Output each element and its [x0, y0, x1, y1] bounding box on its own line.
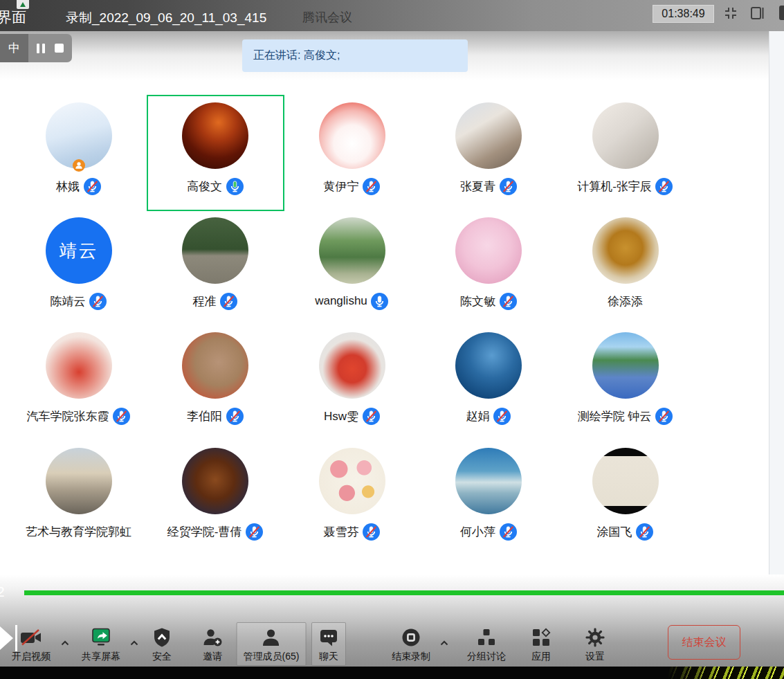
security-icon: [152, 626, 172, 649]
avatar: [319, 332, 385, 399]
mic-muted-icon: [499, 177, 517, 195]
toolbar-button-apps[interactable]: 应用: [524, 622, 558, 666]
titlebar-icon-partial[interactable]: [779, 6, 784, 20]
participant-tile[interactable]: 经贸学院-曹倩: [147, 441, 284, 556]
chevron-up-icon[interactable]: [130, 636, 138, 642]
toolbar-button-stop-record[interactable]: 结束录制: [385, 622, 437, 666]
avatar: 靖云: [46, 217, 112, 284]
app-title: 腾讯会议: [302, 9, 352, 26]
participant-tile[interactable]: 靖云 陈靖云: [10, 210, 147, 325]
participant-tile[interactable]: 高俊文: [147, 96, 284, 210]
toolbar-button-chat[interactable]: 聊天: [311, 622, 346, 666]
participant-name: 徐添添: [608, 293, 643, 309]
toolbar-button-members[interactable]: 管理成员(65): [237, 622, 307, 666]
participant-tile[interactable]: 黄伊宁: [284, 96, 420, 210]
toolbar-label: 管理成员(65): [244, 651, 300, 663]
title-bar: 界面 录制_2022_09_06_20_11_03_415 腾讯会议 01:38…: [0, 0, 784, 31]
toolbar-label: 结束录制: [392, 651, 430, 663]
avatar: [319, 448, 385, 514]
participant-name: 陈文敏: [460, 293, 495, 309]
chevron-up-icon[interactable]: [61, 636, 69, 642]
participant-name: 黄伊宁: [324, 179, 359, 194]
toolbar-button-screen-share[interactable]: 共享屏幕: [75, 622, 127, 666]
mic-muted-icon: [499, 523, 517, 541]
participant-tile[interactable]: 李伯阳: [147, 325, 284, 440]
breakout-icon: [476, 626, 497, 649]
participant-tile[interactable]: 林娥: [10, 96, 147, 210]
pause-recording-icon[interactable]: [37, 44, 45, 53]
toolbar-label: 分组讨论: [467, 651, 506, 663]
avatar: [182, 217, 248, 284]
toolbar-button-invite[interactable]: 邀请: [195, 622, 230, 666]
toolbar-label: 安全: [152, 651, 172, 663]
mic-muted-icon: [493, 407, 511, 425]
toolbar-button-security[interactable]: 安全: [145, 622, 179, 666]
participant-name: 何小萍: [460, 524, 495, 540]
mic-muted-icon: [499, 292, 517, 310]
participant-tile[interactable]: 程准: [147, 210, 284, 325]
avatar: [319, 102, 385, 169]
participant-tile[interactable]: 艺术与教育学院郭虹: [10, 441, 147, 556]
participant-name: 赵娟: [466, 408, 490, 424]
participant-name: 张夏青: [460, 179, 495, 194]
stop-recording-icon[interactable]: [55, 44, 64, 53]
avatar: [182, 332, 248, 399]
toolbar-button-breakout[interactable]: 分组讨论: [460, 622, 513, 666]
participant-tile[interactable]: 何小萍: [421, 441, 557, 556]
participant-tile[interactable]: 测绘学院 钟云: [557, 325, 693, 440]
meeting-window: 界面 录制_2022_09_06_20_11_03_415 腾讯会议 01:38…: [0, 0, 784, 679]
avatar: [46, 332, 112, 399]
mic-muted-icon: [363, 523, 381, 541]
participant-tile[interactable]: 张夏青: [421, 96, 557, 210]
avatar: [592, 448, 659, 514]
toolbar-label: 邀请: [203, 651, 222, 663]
participant-grid: 林娥 高俊文 黄伊宁: [0, 0, 784, 574]
mic-muted-icon: [89, 292, 107, 310]
mic-muted-icon: [113, 407, 131, 425]
avatar: [455, 217, 522, 284]
speaking-banner-text: 正在讲话: 高俊文;: [253, 48, 340, 63]
toolbar-label: 应用: [531, 651, 551, 663]
meeting-timer: 01:38:49: [653, 5, 714, 23]
hazard-stripes: [668, 667, 784, 679]
avatar: [319, 217, 385, 284]
participant-name: 陈靖云: [51, 293, 86, 309]
participant-tile[interactable]: wanglishu: [284, 210, 420, 325]
mic-muted-icon: [655, 177, 673, 195]
avatar: [455, 448, 522, 514]
layout-toggle-icon[interactable]: [750, 6, 765, 21]
play-button-bar: [15, 625, 17, 651]
avatar: [46, 448, 112, 514]
end-meeting-button[interactable]: 结束会议: [668, 625, 740, 660]
play-button[interactable]: [0, 626, 13, 650]
chevron-up-icon[interactable]: [440, 636, 448, 642]
apps-icon: [531, 626, 551, 649]
settings-icon: [585, 626, 605, 649]
participant-tile[interactable]: 徐添添: [557, 210, 693, 325]
chat-icon: [318, 626, 339, 649]
participant-tile[interactable]: 聂雪芬: [284, 441, 420, 556]
recording-controls: 中: [0, 34, 72, 62]
mic-muted-icon: [362, 407, 380, 425]
exit-fullscreen-icon[interactable]: [723, 6, 738, 21]
participant-tile[interactable]: 汽车学院张东霞: [10, 325, 147, 440]
toolbar-label: 共享屏幕: [82, 651, 120, 663]
mic-speaking-icon: [226, 177, 244, 195]
avatar: [592, 217, 659, 284]
toolbar-label: 设置: [585, 651, 605, 663]
participant-name: 经贸学院-曹倩: [167, 524, 242, 540]
toolbar-button-settings[interactable]: 设置: [578, 622, 612, 666]
participant-name: 高俊文: [187, 179, 222, 194]
participant-name: 李伯阳: [187, 408, 222, 424]
participant-tile[interactable]: 计算机-张宇辰: [557, 96, 693, 210]
avatar-initials: 靖云: [60, 239, 98, 263]
participant-tile[interactable]: 赵娟: [421, 325, 557, 440]
playback-progress-bar[interactable]: [24, 590, 784, 595]
participant-tile[interactable]: 涂国飞: [557, 441, 693, 556]
recording-title: 录制_2022_09_06_20_11_03_415: [66, 9, 266, 27]
avatar: [182, 102, 248, 169]
participant-tile[interactable]: Hsw雯: [284, 325, 420, 440]
participant-tile[interactable]: 陈文敏: [421, 210, 557, 325]
mic-on-icon: [371, 292, 389, 310]
toolbar-label: 开启视频: [12, 651, 51, 663]
